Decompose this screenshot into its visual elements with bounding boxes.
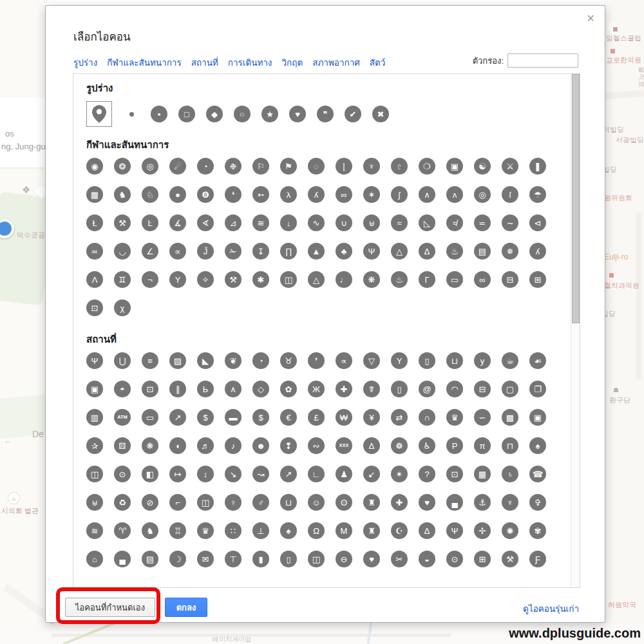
scrollbar-track[interactable]	[571, 74, 580, 587]
icon-anchor[interactable]: ⚓	[474, 494, 491, 511]
tab-weather[interactable]: สภาพอากาศ	[312, 55, 360, 70]
icon-health-pin[interactable]: ♥	[419, 494, 435, 511]
icon-mountains[interactable]: △	[391, 243, 408, 260]
icon-beer[interactable]: ⊔	[446, 352, 463, 369]
icon-croquet[interactable]: ❘	[336, 158, 352, 175]
icon-dancing[interactable]: χ	[114, 299, 131, 316]
icon-hockey[interactable]: ⚒	[114, 214, 131, 231]
icon-wine[interactable]: y	[474, 352, 491, 369]
icon-netting[interactable]: ✁	[225, 243, 242, 260]
icon-table-tennis[interactable]: ♇	[391, 158, 408, 175]
icon-cocktail[interactable]: Y	[391, 352, 408, 369]
icon-shopping-cart[interactable]: ⊡	[142, 381, 158, 397]
close-icon[interactable]: ✕	[587, 14, 595, 24]
icon-tree[interactable]: ♣	[336, 243, 352, 260]
icon-post-office[interactable]: ✉	[197, 551, 214, 567]
icon-landmark[interactable]: ∆	[363, 437, 380, 454]
icon-stairs[interactable]: ∟	[308, 466, 325, 482]
icon-exercise-wheel[interactable]: ◎	[474, 186, 491, 203]
icon-seafood[interactable]: ∝	[336, 352, 352, 369]
icon-cross-country-skiing[interactable]: ∢	[197, 214, 214, 231]
icon-lighthouse[interactable]: ⊥	[252, 522, 269, 539]
icon-art-gallery[interactable]: ❁	[391, 437, 408, 454]
icon-coffee[interactable]: ☕	[502, 352, 518, 369]
icon-running[interactable]: λ	[280, 186, 297, 203]
custom-icon-button[interactable]: ไอคอนที่กำหนดเอง	[65, 598, 155, 617]
icon-badminton[interactable]: ♆	[363, 158, 380, 175]
tab-transport[interactable]: การเดินทาง	[228, 55, 272, 70]
icon-hiking-group[interactable]: ♊	[114, 271, 131, 288]
icon-piano[interactable]: ♬	[197, 437, 214, 454]
icon-swimming-pool[interactable]: ≈	[391, 214, 408, 231]
icon-accessible[interactable]: ♿	[419, 437, 435, 454]
icon-snorkeling[interactable]: ◡	[114, 243, 131, 260]
icon-pickaxe[interactable]: ⚒	[225, 271, 242, 288]
icon-bird-watching[interactable]: ✧	[197, 271, 214, 288]
icon-salon[interactable]: ✂	[391, 551, 408, 567]
icon-downhill[interactable]: ↙	[363, 466, 380, 482]
icon-zoo[interactable]: ◖	[169, 437, 186, 454]
icon-heart-place[interactable]: ♥	[363, 551, 380, 567]
icon-pancakes[interactable]: ▨	[169, 352, 186, 369]
icon-no-smoking[interactable]: ⊘	[142, 494, 158, 511]
icon-locker[interactable]: ⊞	[474, 551, 491, 567]
icon-weights[interactable]: ❚	[529, 158, 546, 175]
icon-apartment[interactable]: ▤	[142, 551, 158, 567]
icon-pharmacy[interactable]: ☤	[363, 381, 380, 397]
icon-video[interactable]: ◧	[142, 466, 158, 482]
icon-hotel[interactable]: ▄	[114, 551, 131, 567]
icon-bed[interactable]: ▄	[446, 494, 463, 511]
icon-ice-cream-shop[interactable]: ∥	[169, 381, 186, 397]
icon-atv[interactable]: ∞	[474, 271, 491, 288]
icon-copy-shop[interactable]: ⊡	[446, 466, 463, 482]
icon-museum[interactable]: ∷	[225, 522, 242, 539]
icon-windsurfing[interactable]: ⊲	[529, 214, 546, 231]
icon-telescope[interactable]: ✱	[252, 271, 269, 288]
icon-pier[interactable]: ≋	[86, 522, 103, 539]
icon-evergreen-tree[interactable]: ▲	[308, 243, 325, 260]
icon-archery[interactable]: ➳	[252, 186, 269, 203]
icon-pedestrian[interactable]: ♟	[336, 466, 352, 482]
icon-billiards[interactable]: ❽	[197, 186, 214, 203]
icon-garden[interactable]: ✾	[529, 522, 546, 539]
icon-martial-arts[interactable]: ☯	[474, 158, 491, 175]
icon-fire-hydrant[interactable]: ♜	[363, 494, 380, 511]
icon-golf-course[interactable]: ⚑	[280, 158, 297, 175]
icon-dollar[interactable]: $	[252, 409, 269, 426]
ok-button[interactable]: ตกลง	[165, 598, 207, 617]
icon-snowshoeing[interactable]: ∿	[308, 214, 325, 231]
icon-fish[interactable]: ∝	[169, 243, 186, 260]
icon-bell[interactable]: Ω	[308, 522, 325, 539]
icon-trail-walking[interactable]: ʎ	[308, 186, 325, 203]
icon-axe[interactable]: Γ	[419, 271, 435, 288]
icon-golfer[interactable]: ⚐	[252, 158, 269, 175]
icon-rugby[interactable]: ◔	[197, 158, 214, 175]
icon-square-outline[interactable]: □	[178, 106, 195, 122]
icon-quote[interactable]: ❞	[317, 106, 334, 122]
icon-rafting[interactable]: ⊎	[363, 214, 380, 231]
icon-email[interactable]: @	[419, 381, 435, 397]
icon-billboard[interactable]: ⊡	[86, 299, 103, 316]
icon-teepee[interactable]: ∆	[419, 243, 435, 260]
icon-gas-station[interactable]: ▮	[252, 551, 269, 567]
icon-palm-tree[interactable]: Ψ	[363, 243, 380, 260]
icon-banknote-100[interactable]: ▬	[225, 409, 242, 426]
icon-elevator[interactable]: ↕	[197, 466, 214, 482]
icon-picnic[interactable]: π	[474, 437, 491, 454]
icon-metro[interactable]: M	[336, 522, 352, 539]
icon-information[interactable]: ?	[419, 466, 435, 482]
icon-polo[interactable]: ♞	[114, 186, 131, 203]
icon-fast-food[interactable]: ⋃	[114, 352, 131, 369]
icon-mosque[interactable]: ☪	[391, 522, 408, 539]
icon-volleyball[interactable]: ❉	[225, 158, 242, 175]
icon-exit[interactable]: ↦	[169, 466, 186, 482]
icon-jet-skiing[interactable]: ≉	[446, 214, 463, 231]
icon-caravan[interactable]: ▭	[446, 271, 463, 288]
icon-basketball[interactable]: ❂	[114, 158, 131, 175]
icon-smoking[interactable]: ⌐	[169, 494, 186, 511]
icon-pizza[interactable]: ◣	[197, 352, 214, 369]
icon-escalator-up[interactable]: ↗	[280, 466, 297, 482]
icon-crescent[interactable]: ☽	[169, 551, 186, 567]
icon-bbq[interactable]: ♨	[391, 271, 408, 288]
icon-parachuting[interactable]: ☂	[529, 186, 546, 203]
